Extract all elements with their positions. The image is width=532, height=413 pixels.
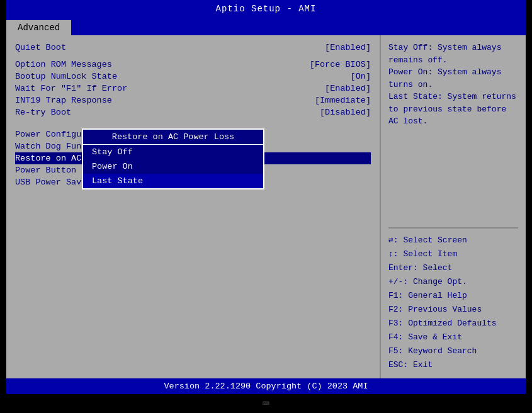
menu-item-retry-boot[interactable]: Re-try Boot [Disabled] [15, 106, 371, 118]
key-enter-select: Enter: Select [388, 261, 518, 275]
quiet-boot-value: [Enabled] [325, 43, 371, 52]
key-select-item: ↕: Select Item [388, 247, 518, 261]
menu-item-quiet-boot[interactable]: Quiet Boot [Enabled] [15, 42, 371, 54]
key-f5-keyword: F5: Keyword Search [388, 344, 518, 358]
f1-error-label: Wait For "F1" If Error [15, 84, 127, 93]
right-panel: Stay Off: System always remains off. Pow… [381, 35, 526, 378]
key-change-opt: +/-: Change Opt. [388, 275, 518, 289]
int19-value: [Immediate] [315, 96, 371, 105]
menu-item-numlock[interactable]: Bootup NumLock State [On] [15, 71, 371, 82]
key-f2-prev: F2: Previous Values [388, 303, 518, 317]
app-title: Aptio Setup - AMI [216, 4, 317, 14]
menu-item-f1-error[interactable]: Wait For "F1" If Error [Enabled] [15, 82, 371, 94]
key-esc-exit: ESC: Exit [388, 358, 518, 372]
dropdown-item-power-on[interactable]: Power On [83, 159, 263, 174]
menu-item-int19[interactable]: INT19 Trap Response [Immediate] [15, 94, 371, 106]
dropdown-item-stay-off[interactable]: Stay Off [83, 145, 263, 159]
tab-advanced[interactable]: Advanced [6, 20, 71, 35]
f1-error-value: [Enabled] [325, 84, 371, 93]
dropdown-popup: Restore on AC Power Loss Stay Off Power … [82, 128, 264, 190]
key-f1-help: F1: General Help [388, 289, 518, 303]
retry-boot-label: Re-try Boot [15, 108, 71, 117]
main-content: Quiet Boot [Enabled] Option ROM Messages… [6, 35, 526, 378]
int19-label: INT19 Trap Response [15, 96, 112, 105]
key-f3-defaults: F3: Optimized Defaults [388, 317, 518, 331]
help-text: Stay Off: System always remains off. Pow… [388, 42, 518, 222]
footer: Version 2.22.1290 Copyright (C) 2023 AMI [6, 378, 526, 394]
divider [388, 227, 518, 229]
numlock-label: Bootup NumLock State [15, 72, 117, 81]
numlock-value: [On] [351, 72, 371, 81]
dropdown-title: Restore on AC Power Loss [83, 130, 263, 145]
option-rom-label: Option ROM Messages [15, 60, 112, 69]
keyboard-icon: ⌨ [263, 397, 269, 410]
key-help: ⇄: Select Screen ↕: Select Item Enter: S… [388, 234, 518, 373]
tab-bar: Advanced [6, 18, 526, 35]
taskbar: ⌨ [256, 394, 276, 413]
retry-boot-value: [Disabled] [320, 108, 371, 117]
footer-text: Version 2.22.1290 Copyright (C) 2023 AMI [164, 382, 368, 391]
menu-item-option-rom[interactable]: Option ROM Messages [Force BIOS] [15, 59, 371, 71]
key-f4-save: F4: Save & Exit [388, 331, 518, 344]
dropdown-item-last-state[interactable]: Last State [83, 174, 263, 188]
title-bar: Aptio Setup - AMI [6, 0, 526, 18]
left-panel: Quiet Boot [Enabled] Option ROM Messages… [6, 35, 381, 378]
option-rom-value: [Force BIOS] [310, 60, 371, 69]
quiet-boot-label: Quiet Boot [15, 43, 66, 52]
key-select-screen: ⇄: Select Screen [388, 234, 518, 247]
bios-screen: Aptio Setup - AMI Advanced Quiet Boot [E… [6, 0, 526, 394]
